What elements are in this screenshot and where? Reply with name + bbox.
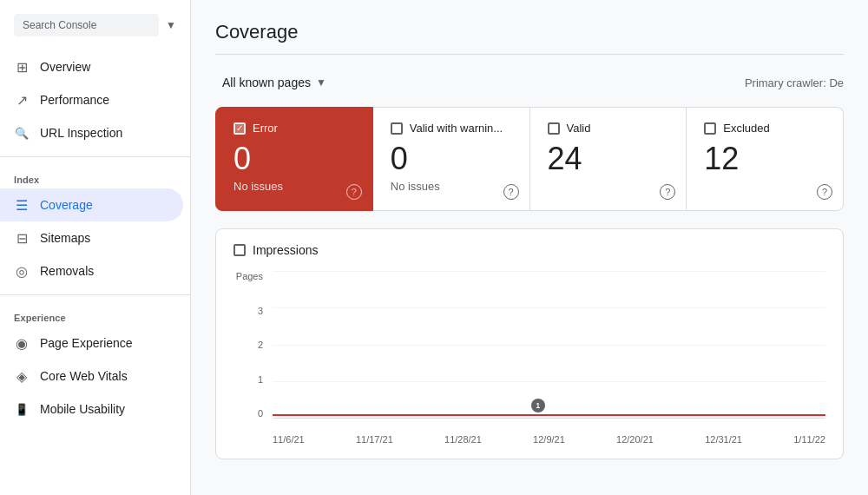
valid-warning-card-count: 0 xyxy=(391,142,512,176)
chart-plot: 1 xyxy=(273,271,825,419)
overview-icon: ⊞ xyxy=(14,59,30,75)
excluded-card-label: Excluded xyxy=(723,122,769,135)
valid-card-label: Valid xyxy=(567,122,591,135)
sidebar-item-mobile-usability-label: Mobile Usability xyxy=(40,402,125,416)
error-card-count: 0 xyxy=(233,142,355,176)
valid-warning-card-label: Valid with warnin... xyxy=(410,122,503,135)
excluded-card-count: 12 xyxy=(704,142,825,176)
primary-crawler-label: Primary crawler: De xyxy=(745,76,844,89)
chart-checkbox[interactable] xyxy=(233,244,246,256)
gridline-3 xyxy=(273,271,825,272)
sidebar-item-performance[interactable]: ↗ Performance xyxy=(0,83,183,116)
sidebar-item-sitemaps-label: Sitemaps xyxy=(40,231,90,245)
y-label-0: 0 xyxy=(233,408,268,419)
error-card-header: ✓ Error xyxy=(233,122,355,135)
valid-checkbox[interactable] xyxy=(548,122,560,135)
sidebar-item-overview-label: Overview xyxy=(40,60,90,74)
chart-gridlines xyxy=(273,271,825,418)
y-label-2: 2 xyxy=(233,340,268,350)
chart-x-labels: 11/6/21 11/17/21 11/28/21 12/9/21 12/20/… xyxy=(273,429,825,445)
sidebar-item-core-web-vitals-label: Core Web Vitals xyxy=(40,369,128,383)
filter-label: All known pages xyxy=(222,76,311,89)
gridline-1 xyxy=(273,345,825,346)
core-web-vitals-icon: ◈ xyxy=(14,368,30,384)
x-label-6: 1/11/22 xyxy=(793,434,825,445)
cards-row: ✓ Error 0 No issues ? Valid with warnin.… xyxy=(215,107,844,211)
chart-title-row: Impressions xyxy=(233,243,825,257)
toolbar: All known pages ▼ Primary crawler: De xyxy=(215,72,844,93)
y-label-1: 1 xyxy=(233,374,268,385)
valid-card[interactable]: Valid 24 ? xyxy=(530,107,687,211)
experience-section-label: Experience xyxy=(0,302,190,327)
removals-icon: ◎ xyxy=(14,263,30,279)
valid-warning-checkbox[interactable] xyxy=(391,122,403,135)
main-content: Coverage All known pages ▼ Primary crawl… xyxy=(191,0,868,495)
excluded-card-help-icon[interactable]: ? xyxy=(817,184,832,200)
sidebar-item-coverage[interactable]: ☰ Coverage xyxy=(0,188,183,221)
x-label-0: 11/6/21 xyxy=(273,434,305,445)
chart-zero-line xyxy=(273,414,825,416)
index-section-label: Index xyxy=(0,164,190,188)
sitemaps-icon: ⊟ xyxy=(14,230,30,246)
chart-data-point[interactable]: 1 xyxy=(531,399,545,412)
performance-icon: ↗ xyxy=(14,92,30,108)
sidebar-item-performance-label: Performance xyxy=(40,93,109,107)
sidebar-item-mobile-usability[interactable]: 📱 Mobile Usability xyxy=(0,393,183,426)
x-label-1: 11/17/21 xyxy=(356,434,393,445)
x-label-3: 12/9/21 xyxy=(533,434,565,445)
url-inspection-icon: 🔍 xyxy=(14,125,30,141)
chart-area: Pages 3 2 1 0 1 11/ xyxy=(233,271,825,445)
sidebar-item-url-inspection-label: URL Inspection xyxy=(40,126,122,140)
valid-card-help-icon[interactable]: ? xyxy=(660,184,675,200)
y-label-3: Pages xyxy=(233,271,268,281)
sidebar-item-sitemaps[interactable]: ⊟ Sitemaps xyxy=(0,221,183,254)
valid-warning-card-subtitle: No issues xyxy=(391,180,512,193)
sidebar-item-removals-label: Removals xyxy=(40,264,94,278)
valid-card-header: Valid xyxy=(548,122,669,135)
gridline-2 xyxy=(273,307,825,308)
sidebar: Search Console ▼ ⊞ Overview ↗ Performanc… xyxy=(0,0,191,495)
filter-arrow-icon: ▼ xyxy=(316,76,326,89)
error-card[interactable]: ✓ Error 0 No issues ? xyxy=(215,107,373,211)
title-divider xyxy=(215,54,844,55)
chart-container: Impressions Pages 3 2 1 0 xyxy=(215,228,844,459)
property-dropdown[interactable]: Search Console ▼ xyxy=(0,7,190,43)
x-label-4: 12/20/21 xyxy=(616,434,654,445)
chart-y-labels: Pages 3 2 1 0 xyxy=(233,271,268,419)
page-experience-icon: ◉ xyxy=(14,335,30,351)
excluded-card[interactable]: Excluded 12 ? xyxy=(687,107,844,211)
x-label-5: 12/31/21 xyxy=(705,434,742,445)
dropdown-arrow-icon: ▼ xyxy=(166,19,176,31)
sidebar-item-page-experience[interactable]: ◉ Page Experience xyxy=(0,327,183,360)
sidebar-divider-1 xyxy=(0,156,190,157)
mobile-usability-icon: 📱 xyxy=(14,401,30,417)
gridline-0-5 xyxy=(273,381,825,382)
coverage-icon: ☰ xyxy=(14,197,30,213)
error-checkbox[interactable]: ✓ xyxy=(233,122,246,135)
sidebar-item-removals[interactable]: ◎ Removals xyxy=(0,254,183,287)
filter-dropdown[interactable]: All known pages ▼ xyxy=(215,72,333,93)
valid-warning-card-help-icon[interactable]: ? xyxy=(503,184,519,200)
sidebar-item-core-web-vitals[interactable]: ◈ Core Web Vitals xyxy=(0,360,183,393)
valid-warning-card-header: Valid with warnin... xyxy=(391,122,512,135)
valid-card-count: 24 xyxy=(548,142,669,176)
sidebar-divider-2 xyxy=(0,294,190,295)
chart-title: Impressions xyxy=(253,243,318,257)
excluded-card-header: Excluded xyxy=(704,122,825,135)
y-label-3-val: 3 xyxy=(233,306,268,316)
error-card-help-icon[interactable]: ? xyxy=(346,184,362,200)
property-dropdown-text: Search Console xyxy=(14,14,159,36)
page-title: Coverage xyxy=(215,21,844,43)
error-card-label: Error xyxy=(253,122,278,135)
sidebar-item-url-inspection[interactable]: 🔍 URL Inspection xyxy=(0,116,183,149)
sidebar-item-coverage-label: Coverage xyxy=(40,198,93,212)
x-label-2: 11/28/21 xyxy=(444,434,482,445)
valid-warning-card[interactable]: Valid with warnin... 0 No issues ? xyxy=(373,107,530,211)
error-card-subtitle: No issues xyxy=(233,180,355,193)
sidebar-item-overview[interactable]: ⊞ Overview xyxy=(0,50,183,83)
excluded-checkbox[interactable] xyxy=(704,122,716,135)
sidebar-item-page-experience-label: Page Experience xyxy=(40,336,133,350)
